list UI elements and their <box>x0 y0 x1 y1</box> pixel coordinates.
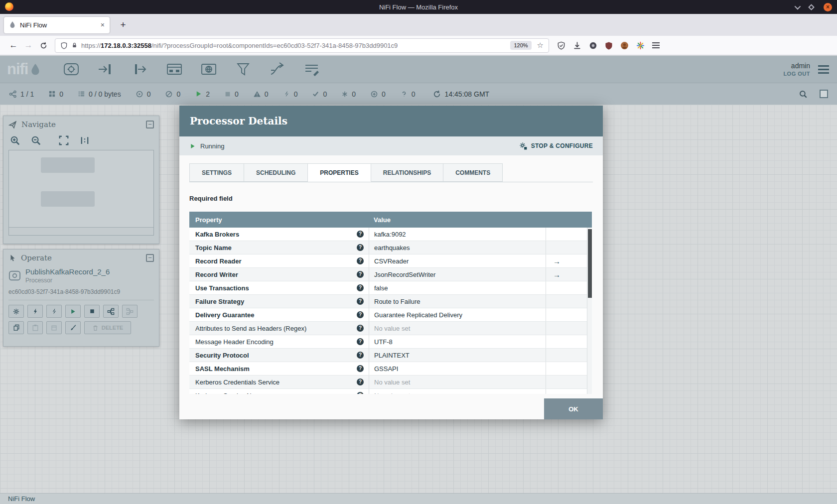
tab-settings[interactable]: SETTINGS <box>189 163 244 182</box>
container-extension-icon[interactable] <box>589 41 597 50</box>
help-icon[interactable]: ? <box>357 284 364 291</box>
property-value[interactable]: No value set <box>369 322 546 335</box>
property-value[interactable]: No value set <box>369 389 546 394</box>
tab-properties[interactable]: PROPERTIES <box>308 163 371 182</box>
bookmark-star-icon[interactable]: ☆ <box>537 41 544 50</box>
forward-button[interactable]: → <box>21 38 36 52</box>
refresh-icon[interactable] <box>433 90 441 98</box>
zoom-fit-icon[interactable] <box>58 135 69 146</box>
ungroup-button[interactable] <box>122 305 138 318</box>
paste-button[interactable] <box>27 321 43 334</box>
disable-button[interactable] <box>46 305 62 318</box>
table-row[interactable]: Kerberos Credentials Service?No value se… <box>189 376 592 389</box>
property-value[interactable]: UTF-8 <box>369 335 546 348</box>
window-close-button[interactable]: × <box>824 3 832 11</box>
help-icon[interactable]: ? <box>357 325 364 332</box>
fill-color-button[interactable] <box>65 321 81 334</box>
table-row[interactable]: SASL Mechanism?GSSAPI <box>189 362 592 376</box>
goto-service-icon[interactable]: → <box>553 257 560 265</box>
sparkle-extension-icon[interactable] <box>636 41 645 50</box>
browser-menu-icon[interactable] <box>652 42 660 48</box>
help-icon[interactable]: ? <box>357 244 364 251</box>
url-text[interactable]: https://172.18.0.3:32558/nifi/?processGr… <box>81 42 398 49</box>
help-icon[interactable]: ? <box>357 231 364 238</box>
browser-tab[interactable]: NiFi Flow × <box>4 17 110 33</box>
zoom-actual-icon[interactable] <box>79 135 90 146</box>
help-icon[interactable]: ? <box>357 311 364 318</box>
property-value[interactable]: GSSAPI <box>369 362 546 375</box>
help-icon[interactable]: ? <box>357 352 364 359</box>
back-button[interactable]: ← <box>6 38 21 52</box>
stop-and-configure-button[interactable]: STOP & CONFIGURE <box>519 141 593 150</box>
help-icon[interactable]: ? <box>357 298 364 305</box>
remote-process-group-drag-icon[interactable] <box>200 60 218 78</box>
navigate-collapse-button[interactable]: − <box>146 121 154 128</box>
table-row[interactable]: Security Protocol?PLAINTEXT <box>189 349 592 362</box>
help-icon[interactable]: ? <box>357 378 364 385</box>
output-port-drag-icon[interactable] <box>131 60 149 78</box>
tab-scheduling[interactable]: SCHEDULING <box>244 163 308 182</box>
goto-cell[interactable]: → <box>546 254 592 267</box>
funnel-drag-icon[interactable] <box>234 60 252 78</box>
table-row[interactable]: Failure Strategy?Route to Failure <box>189 295 592 308</box>
copy-button[interactable] <box>8 321 24 334</box>
tab-relationships[interactable]: RELATIONSHIPS <box>371 163 443 182</box>
property-value[interactable]: Route to Failure <box>369 295 546 308</box>
breadcrumb[interactable]: NiFi Flow <box>8 495 35 503</box>
tab-comments[interactable]: COMMENTS <box>443 163 503 182</box>
ok-button[interactable]: OK <box>544 398 603 419</box>
reload-button[interactable] <box>36 38 51 52</box>
property-value[interactable]: No value set <box>369 376 546 388</box>
property-value[interactable]: false <box>369 281 546 294</box>
table-row[interactable]: Use Transactions?false <box>189 281 592 295</box>
tab-close-icon[interactable]: × <box>101 21 105 29</box>
help-icon[interactable]: ? <box>357 257 364 264</box>
table-row[interactable]: Kafka Brokers?kafka:9092 <box>189 228 592 241</box>
table-row[interactable]: Attributes to Send as Headers (Regex)?No… <box>189 322 592 335</box>
table-row[interactable]: Record Writer?JsonRecordSetWriter→ <box>189 268 592 281</box>
account-avatar-icon[interactable] <box>620 41 629 50</box>
window-maximize-icon[interactable] <box>808 4 815 10</box>
property-value[interactable]: kafka:9092 <box>369 228 546 241</box>
help-icon[interactable]: ? <box>357 338 364 345</box>
window-minimize-icon[interactable] <box>795 3 801 9</box>
property-value[interactable]: Guarantee Replicated Delivery <box>369 308 546 321</box>
logout-link[interactable]: LOG OUT <box>783 71 810 77</box>
lock-icon[interactable] <box>71 42 78 49</box>
operate-collapse-button[interactable]: − <box>146 254 154 262</box>
process-group-drag-icon[interactable] <box>165 60 183 78</box>
tracking-shield-icon[interactable] <box>60 42 68 49</box>
input-port-drag-icon[interactable] <box>97 60 115 78</box>
table-row[interactable]: Message Header Encoding?UTF-8 <box>189 335 592 349</box>
help-icon[interactable]: ? <box>357 365 364 372</box>
help-icon[interactable]: ? <box>357 271 364 278</box>
zoom-out-icon[interactable] <box>30 135 41 146</box>
label-drag-icon[interactable] <box>303 60 321 78</box>
delete-button[interactable]: DELETE <box>84 321 131 334</box>
table-row[interactable]: Topic Name?earthquakes <box>189 241 592 254</box>
group-button[interactable] <box>103 305 119 318</box>
configure-button[interactable] <box>8 305 24 318</box>
zoom-in-icon[interactable] <box>9 135 20 146</box>
shield-check-icon[interactable] <box>557 41 565 50</box>
zoom-level-badge[interactable]: 120% <box>510 41 531 50</box>
property-value[interactable]: PLAINTEXT <box>369 349 546 362</box>
url-bar[interactable]: https://172.18.0.3:32558/nifi/?processGr… <box>55 38 549 53</box>
stop-button[interactable] <box>84 305 100 318</box>
template-button[interactable] <box>46 321 62 334</box>
table-row[interactable]: Kerberos Service Name?No value set <box>189 389 592 394</box>
start-button[interactable] <box>65 305 81 318</box>
current-user[interactable]: admin <box>783 62 810 70</box>
template-drag-icon[interactable] <box>269 60 286 78</box>
panel-toggle-icon[interactable] <box>820 90 828 98</box>
search-icon[interactable] <box>799 90 808 99</box>
ublock-extension-icon[interactable] <box>605 41 613 50</box>
scrollbar-thumb[interactable] <box>588 229 592 298</box>
goto-cell[interactable]: → <box>546 268 592 281</box>
table-scrollbar[interactable] <box>587 228 592 394</box>
help-icon[interactable]: ? <box>357 392 364 394</box>
table-row[interactable]: Delivery Guarantee?Guarantee Replicated … <box>189 308 592 322</box>
processor-drag-icon[interactable] <box>62 60 80 78</box>
property-value[interactable]: JsonRecordSetWriter <box>369 268 546 281</box>
enable-button[interactable] <box>27 305 43 318</box>
